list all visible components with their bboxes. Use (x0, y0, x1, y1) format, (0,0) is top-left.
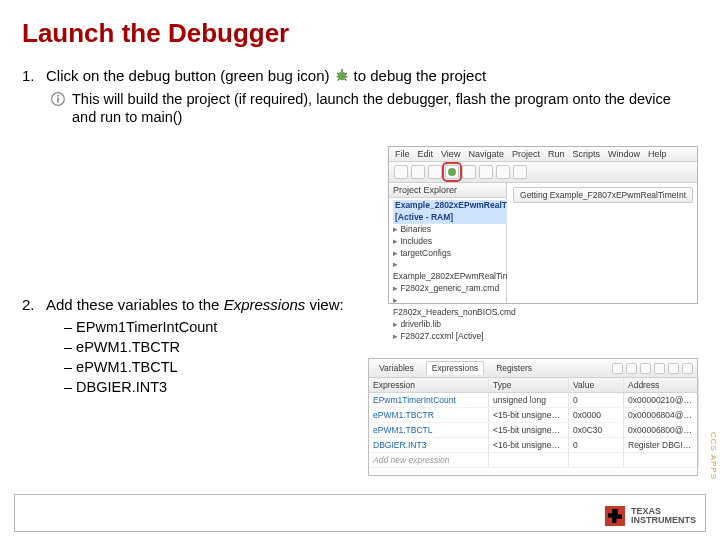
ide-screenshot: File Edit View Navigate Project Run Scri… (388, 146, 698, 304)
tree-node[interactable]: Example_2802xEPwmRealTimeInt.c (393, 259, 502, 283)
step-1-text-before: Click on the debug button (green bug ico… (46, 67, 330, 84)
ide-menubar: File Edit View Navigate Project Run Scri… (389, 147, 697, 162)
perspective-button[interactable]: Getting Example_F2807xEPwmRealTimeInt (513, 187, 693, 203)
step-1-sub-text: This will build the project (if required… (72, 90, 698, 126)
tab-variables[interactable]: Variables (373, 361, 420, 375)
cell-value: 0 (569, 438, 624, 452)
col-address: Address (624, 378, 699, 392)
col-expression: Expression (369, 378, 489, 392)
step-1-number: 1. (22, 67, 46, 84)
footer-box (14, 494, 706, 532)
step-2-italic: Expressions (224, 296, 306, 313)
panel-tool-icon[interactable] (682, 363, 693, 374)
cell-value: 0x0C30 (569, 423, 624, 437)
cell-value: 0 (569, 393, 624, 407)
side-label: CCS APPS (709, 432, 718, 480)
expression-row[interactable]: EPwm1TimerIntCount unsigned long 0 0x000… (369, 393, 697, 408)
tree-node[interactable]: F28027.ccxml [Active] (393, 331, 502, 343)
ti-logo: TEXAS INSTRUMENTS (605, 506, 696, 526)
new-button[interactable] (394, 165, 408, 179)
panel-tool-icon[interactable] (640, 363, 651, 374)
step-1-sub: This will build the project (if required… (50, 90, 698, 126)
bug-icon (334, 67, 350, 86)
expressions-header-row: Expression Type Value Address (369, 378, 697, 393)
step-1-text-after: to debug the project (354, 67, 487, 84)
tree-node[interactable]: driverlib.lib (393, 319, 502, 331)
add-expression-row[interactable]: Add new expression (369, 453, 697, 468)
toolbar-button[interactable] (479, 165, 493, 179)
svg-line-2 (337, 73, 339, 75)
cell-type: <16-bit unsigned i… (489, 438, 569, 452)
tab-expressions[interactable]: Expressions (426, 361, 484, 375)
svg-line-6 (337, 79, 339, 81)
project-explorer-header: Project Explorer (389, 183, 506, 198)
menu-item[interactable]: Scripts (572, 149, 600, 159)
cell-type: <15-bit unsigned i… (489, 423, 569, 437)
cell-address: 0x00006804@Data (624, 408, 699, 422)
step-2-text-after: view: (305, 296, 343, 313)
toolbar-button[interactable] (462, 165, 476, 179)
cell-type: unsigned long (489, 393, 569, 407)
svg-rect-10 (57, 98, 59, 103)
col-type: Type (489, 378, 569, 392)
toolbar-button[interactable] (496, 165, 510, 179)
svg-line-7 (344, 79, 346, 81)
svg-line-5 (345, 77, 347, 78)
ide-toolbar (389, 162, 697, 183)
add-expression-label: Add new expression (369, 453, 489, 467)
expression-row[interactable]: ePWM1.TBCTR <15-bit unsigned i… 0x0000 0… (369, 408, 697, 423)
menu-item[interactable]: Edit (418, 149, 434, 159)
cell-expression: EPwm1TimerIntCount (369, 393, 489, 407)
tree-node[interactable]: targetConfigs (393, 248, 502, 260)
cell-expression: DBGIER.INT3 (369, 438, 489, 452)
ti-logo-line2: INSTRUMENTS (631, 516, 696, 525)
cell-address: 0x00000210@Data (624, 393, 699, 407)
panel-tool-icon[interactable] (612, 363, 623, 374)
variable-item: EPwm1TimerIntCount (64, 319, 698, 335)
build-button[interactable] (428, 165, 442, 179)
col-value: Value (569, 378, 624, 392)
tree-node[interactable]: F2802x_Headers_nonBIOS.cmd (393, 295, 502, 319)
debug-button[interactable] (445, 165, 459, 179)
menu-item[interactable]: View (441, 149, 460, 159)
tab-registers[interactable]: Registers (490, 361, 538, 375)
tree-node[interactable]: Binaries (393, 224, 502, 236)
expression-row[interactable]: ePWM1.TBCTL <15-bit unsigned i… 0x0C30 0… (369, 423, 697, 438)
step-2-text-before: Add these variables to the (46, 296, 224, 313)
project-explorer: Project Explorer Example_2802xEPwmRealTi… (389, 183, 507, 303)
info-icon (50, 91, 66, 111)
menu-item[interactable]: Run (548, 149, 565, 159)
ti-chip-icon (605, 506, 625, 526)
svg-point-9 (57, 95, 59, 97)
menu-item[interactable]: Help (648, 149, 667, 159)
tree-node[interactable]: F2802x_generic_ram.cmd (393, 283, 502, 295)
cell-type: <15-bit unsigned i… (489, 408, 569, 422)
save-button[interactable] (411, 165, 425, 179)
expression-row[interactable]: DBGIER.INT3 <16-bit unsigned i… 0 Regist… (369, 438, 697, 453)
tree-node[interactable]: Includes (393, 236, 502, 248)
expressions-panel: Variables Expressions Registers Expressi… (368, 358, 698, 476)
variable-item: ePWM1.TBCTR (64, 339, 698, 355)
slide-title: Launch the Debugger (22, 18, 698, 49)
cell-expression: ePWM1.TBCTR (369, 408, 489, 422)
panel-tool-icon[interactable] (626, 363, 637, 374)
svg-line-3 (345, 73, 347, 75)
toolbar-button[interactable] (513, 165, 527, 179)
cell-address: Register DBGIER bit 2 (624, 438, 699, 452)
panel-tool-icon[interactable] (668, 363, 679, 374)
panel-tool-icon[interactable] (654, 363, 665, 374)
step-1: 1. Click on the debug button (green bug … (22, 67, 698, 86)
svg-line-4 (336, 77, 338, 78)
menu-item[interactable]: Window (608, 149, 640, 159)
cell-expression: ePWM1.TBCTL (369, 423, 489, 437)
menu-item[interactable]: Project (512, 149, 540, 159)
cell-value: 0x0000 (569, 408, 624, 422)
cell-address: 0x00006800@Data (624, 423, 699, 437)
menu-item[interactable]: File (395, 149, 410, 159)
step-2-number: 2. (22, 296, 46, 313)
menu-item[interactable]: Navigate (468, 149, 504, 159)
